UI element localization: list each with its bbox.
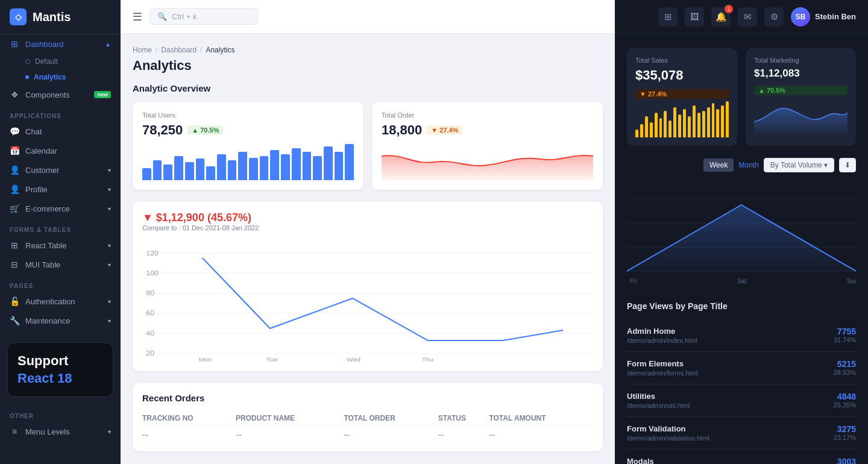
- pv-count: 4848: [834, 392, 856, 401]
- user-info[interactable]: SB Stebin Ben: [791, 7, 856, 27]
- sidebar-item-react-table[interactable]: ⊞ React Table ▾: [0, 236, 121, 255]
- income-header: ▼ $1,12,900 (45.67%) Compare to : 01 Dec…: [142, 212, 593, 239]
- stat-value-orders: 18,800: [382, 122, 422, 138]
- orders-area-chart: [382, 144, 593, 180]
- bar: [707, 107, 710, 137]
- support-line2: React 18: [17, 371, 72, 386]
- stat-card-marketing: Total Marketing $1,12,083 ▲ 70.5%: [746, 48, 856, 146]
- stat-value-row-marketing: $1,12,083: [754, 67, 848, 80]
- bar: [673, 107, 676, 137]
- user-name: Stebin Ben: [815, 12, 856, 21]
- grid-icon-button[interactable]: ⊞: [658, 7, 678, 27]
- btn-download[interactable]: ⬇: [839, 158, 856, 172]
- mail-icon-button[interactable]: ✉: [738, 7, 757, 27]
- sidebar-subitem-analytics[interactable]: Analytics: [0, 69, 121, 85]
- settings-icon-button[interactable]: ⚙: [764, 7, 784, 27]
- svg-text:80: 80: [146, 290, 154, 296]
- sidebar-item-mui-table[interactable]: ⊟ MUI Table ▾: [0, 255, 121, 274]
- users-bar-chart: [142, 144, 354, 180]
- stat-value-marketing: $1,12,083: [754, 67, 800, 80]
- sidebar-item-menu-levels[interactable]: ≡ Menu Levels ▾: [0, 422, 121, 441]
- stat-value-row-orders: 18,800 ▼ 27.4%: [382, 122, 593, 138]
- sidebar-item-label-menu: Menu Levels: [25, 427, 102, 436]
- search-icon: 🔍: [157, 12, 167, 21]
- svg-text:Thu: Thu: [422, 357, 433, 362]
- stat-label-sales: Total Sales: [635, 57, 729, 64]
- sidebar-item-customer[interactable]: 👤 Customer ▾: [0, 160, 121, 180]
- bar: [249, 158, 258, 180]
- section-label-pages: Pages: [0, 274, 121, 292]
- sidebar-item-calendar[interactable]: 📅 Calendar: [0, 141, 121, 160]
- support-banner[interactable]: Support React 18: [7, 342, 113, 397]
- support-line1: Support: [17, 353, 68, 368]
- maintenance-icon: 🔧: [10, 316, 19, 325]
- pv-title: Utilities: [627, 392, 690, 401]
- analytic-overview-title: Analytic Overview: [133, 83, 603, 93]
- orders-section: Recent Orders TRACKING NO PRODUCT NAME T…: [133, 383, 603, 451]
- sidebar-item-profile[interactable]: 👤 Profile ▾: [0, 180, 121, 199]
- pv-title: Form Validation: [627, 424, 709, 433]
- sidebar-subitem-default[interactable]: Default: [0, 54, 121, 69]
- pv-right: 7755 31.74%: [834, 327, 856, 343]
- sidebar-item-authentication[interactable]: 🔓 Authentication ▾: [0, 292, 121, 311]
- sidebar-item-label-customer: Customer: [25, 166, 102, 175]
- svg-text:60: 60: [146, 310, 154, 316]
- notification-icon-button[interactable]: 🔔 1: [711, 7, 731, 27]
- btn-volume[interactable]: By Total Volume ▾: [764, 158, 834, 172]
- table-row: ... ... ... ... ...: [142, 425, 593, 442]
- sidebar: ◇ Mantis ⊞ Dashboard ▲ Default Analytics…: [0, 0, 121, 464]
- pv-left: Form Validation /demo/admin/validation.h…: [627, 424, 709, 442]
- topbar-left: ☰ 🔍 Ctrl + k: [133, 8, 603, 25]
- topbar-dark: ⊞ 🖼 🔔 1 ✉ ⚙ SB Stebin Ben: [615, 0, 868, 34]
- stat-badge-users: ▲ 70.5%: [187, 125, 223, 135]
- income-amount: ▼ $1,12,900 (45.67%): [142, 212, 259, 224]
- pv-url: /demo/admin/index.html: [627, 337, 697, 344]
- breadcrumb-home[interactable]: Home: [133, 46, 152, 54]
- bar: [270, 150, 279, 180]
- pv-pct: 23.17%: [834, 434, 856, 441]
- pv-right: 4848 25.35%: [834, 392, 856, 409]
- sidebar-item-components[interactable]: ❖ Components new: [0, 85, 121, 104]
- stat-value-row-users: 78,250 ▲ 70.5%: [142, 122, 354, 138]
- chevron-down-icon6: ▾: [108, 298, 111, 305]
- pv-right: 3003 22.21%: [834, 457, 856, 464]
- btn-week[interactable]: Week: [703, 158, 734, 172]
- search-box[interactable]: 🔍 Ctrl + k: [149, 8, 258, 25]
- stat-value-row-sales: $35,078: [635, 67, 729, 83]
- svg-text:Fri: Fri: [630, 278, 637, 284]
- sidebar-logo[interactable]: ◇ Mantis: [0, 0, 121, 34]
- menu-toggle-button[interactable]: ☰: [133, 10, 142, 24]
- svg-text:Tue: Tue: [266, 357, 278, 362]
- svg-text:20: 20: [146, 350, 154, 357]
- bar: [313, 156, 322, 180]
- page-title: Analytics: [133, 58, 603, 74]
- breadcrumb-dashboard[interactable]: Dashboard: [161, 46, 197, 54]
- bar: [659, 118, 662, 137]
- cell: ...: [236, 425, 344, 442]
- marketing-badge-row: ▲ 70.5%: [754, 86, 848, 95]
- svg-text:Wed: Wed: [347, 357, 360, 362]
- bar: [726, 101, 729, 137]
- components-icon: ❖: [10, 90, 19, 99]
- sidebar-item-chat[interactable]: 💬 Chat: [0, 122, 121, 141]
- calendar-icon: 📅: [10, 146, 19, 155]
- sales-badge-row: ▼ 27.4%: [635, 89, 729, 99]
- sidebar-item-label-auth: Authentication: [25, 297, 102, 306]
- bar: [635, 130, 638, 137]
- cell: ...: [344, 425, 438, 442]
- btn-month[interactable]: Month: [738, 161, 758, 169]
- sidebar-item-ecommerce[interactable]: 🛒 E-commerce ▾: [0, 199, 121, 218]
- content-split: Home / Dashboard / Analytics Analytics A…: [121, 34, 868, 464]
- sidebar-item-maintenance[interactable]: 🔧 Maintenance ▾: [0, 311, 121, 330]
- col-tracking: TRACKING NO: [142, 412, 236, 425]
- pv-item-form-validation: Form Validation /demo/admin/validation.h…: [627, 417, 856, 450]
- stat-card-sales: Total Sales $35,078 ▼ 27.4%: [627, 48, 737, 146]
- content-left: Home / Dashboard / Analytics Analytics A…: [121, 34, 615, 464]
- pv-pct: 28.53%: [834, 369, 856, 376]
- stat-label-orders: Total Order: [382, 111, 593, 119]
- sidebar-item-dashboard[interactable]: ⊞ Dashboard ▲: [0, 34, 121, 54]
- cell: ...: [489, 425, 593, 442]
- pv-count: 3003: [834, 457, 856, 464]
- image-icon-button[interactable]: 🖼: [685, 7, 704, 27]
- pv-item-form-elements: Form Elements /demo/admin/forms.html 521…: [627, 352, 856, 384]
